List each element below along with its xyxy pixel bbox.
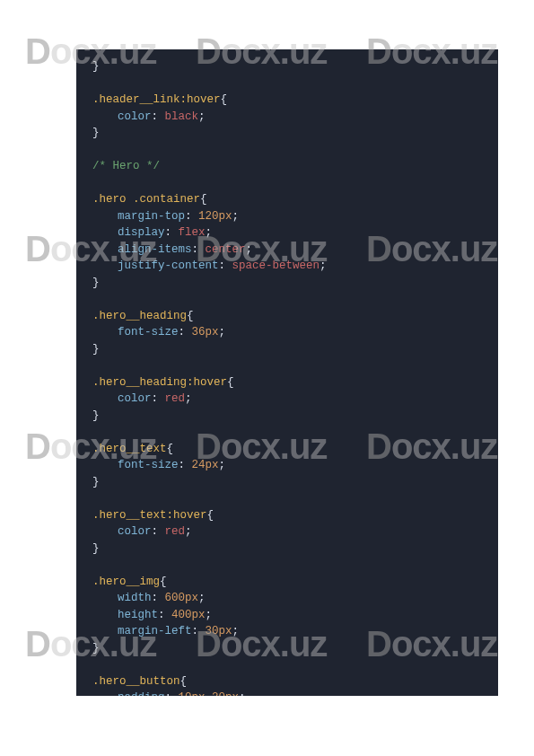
code-token: .hero__img: [92, 576, 160, 588]
code-token: ;: [185, 525, 192, 538]
code-token: ;: [206, 226, 213, 239]
code-token: :: [152, 592, 165, 604]
code-token: :: [179, 326, 192, 338]
code-token: }: [92, 277, 100, 289]
code-token: black: [165, 110, 199, 123]
code-token: .hero__heading:hover: [92, 376, 227, 389]
code-line: align-items: center;: [92, 242, 482, 259]
code-line: .hero__img{: [92, 574, 482, 591]
code-token: :: [152, 525, 165, 538]
code-line: [92, 357, 482, 374]
code-token: red: [165, 525, 186, 538]
code-token: {: [200, 193, 207, 206]
code-token: display: [118, 226, 165, 239]
code-token: :: [192, 243, 206, 256]
code-line: }: [92, 125, 482, 142]
code-token: flex: [179, 226, 206, 239]
code-line: /* Hero */: [92, 158, 482, 175]
code-token: ;: [219, 459, 226, 471]
code-token: [127, 193, 134, 206]
code-line: margin-top: 120px;: [92, 208, 482, 225]
code-token: ;: [239, 691, 246, 696]
code-line: [92, 557, 482, 574]
code-token: }: [92, 60, 100, 73]
code-line: .hero__button{: [92, 673, 482, 690]
code-token: ;: [232, 625, 240, 637]
code-token: color: [118, 525, 152, 538]
code-line: justify-content: space-between;: [92, 258, 482, 275]
code-token: ;: [320, 259, 327, 272]
code-token: :: [192, 625, 206, 637]
code-token: /* Hero */: [92, 160, 160, 172]
code-line: padding: 10px 20px;: [92, 690, 482, 696]
code-line: [92, 142, 482, 159]
code-token: [206, 691, 213, 696]
code-token: {: [227, 376, 234, 389]
code-token: 600px: [165, 592, 199, 604]
code-token: }: [92, 542, 100, 555]
code-line: [92, 175, 482, 192]
code-line: }: [92, 58, 482, 75]
code-line: font-size: 36px;: [92, 324, 482, 341]
code-token: center: [206, 243, 246, 256]
code-token: space-between: [232, 259, 320, 272]
code-token: {: [180, 675, 188, 688]
code-token: :: [185, 210, 198, 223]
code-token: .hero: [92, 193, 127, 206]
code-line: [92, 656, 482, 673]
code-token: 24px: [192, 459, 219, 471]
code-token: :: [165, 226, 179, 239]
code-line: .hero .container{: [92, 191, 482, 208]
code-token: color: [118, 392, 152, 405]
code-line: }: [92, 541, 482, 558]
code-line: [92, 424, 482, 441]
code-token: }: [92, 642, 100, 655]
code-token: margin-left: [118, 625, 192, 637]
code-token: 30px: [206, 625, 232, 637]
code-token: {: [167, 443, 174, 455]
code-token: {: [187, 310, 194, 322]
code-line: }: [92, 640, 482, 657]
code-line: color: black;: [92, 109, 482, 126]
code-token: 20px: [212, 691, 239, 696]
code-token: ;: [219, 326, 226, 338]
code-token: }: [92, 343, 100, 356]
code-token: justify-content: [118, 259, 219, 272]
code-token: :: [152, 110, 165, 123]
code-token: }: [92, 127, 100, 139]
code-token: align-items: [118, 243, 192, 256]
code-token: red: [165, 392, 186, 405]
code-token: font-size: [118, 326, 179, 338]
code-token: 10px: [179, 691, 206, 696]
code-token: font-size: [118, 459, 179, 471]
code-line: width: 600px;: [92, 590, 482, 607]
code-line: font-size: 24px;: [92, 457, 482, 474]
code-token: color: [118, 110, 152, 123]
code-token: .hero__button: [92, 675, 180, 688]
code-token: .container: [133, 193, 200, 206]
code-line: height: 400px;: [92, 607, 482, 624]
code-token: .hero__heading: [92, 310, 187, 322]
code-block: } .header__link:hover{color: black;} /* …: [76, 49, 498, 696]
code-line: [92, 291, 482, 308]
code-token: height: [118, 609, 158, 621]
code-token: ;: [232, 210, 240, 223]
code-line: margin-left: 30px;: [92, 623, 482, 640]
code-token: :: [179, 459, 192, 471]
code-line: .hero__heading{: [92, 308, 482, 325]
code-token: :: [219, 259, 232, 272]
code-line: .hero__heading:hover{: [92, 374, 482, 391]
code-line: color: red;: [92, 391, 482, 408]
code-token: ;: [206, 609, 213, 621]
code-token: .hero__text: [92, 443, 167, 455]
code-token: {: [207, 509, 214, 522]
code-token: width: [118, 592, 152, 604]
code-line: .hero__text{: [92, 441, 482, 458]
code-line: color: red;: [92, 523, 482, 541]
code-line: [92, 490, 482, 507]
code-token: ;: [198, 110, 206, 123]
code-token: .header__link:hover: [92, 93, 221, 106]
code-line: .header__link:hover{: [92, 92, 482, 109]
code-token: ;: [185, 392, 192, 405]
code-line: [92, 75, 482, 92]
